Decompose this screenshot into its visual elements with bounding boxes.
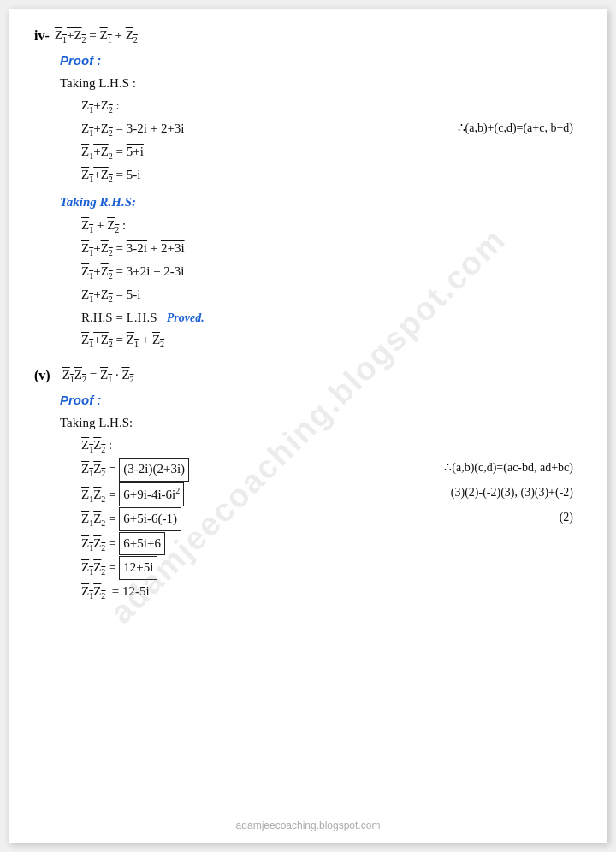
lhs-line6-v: Z1Z2 = 12-5i [81,581,582,603]
taking-rhs-iv: Taking R.H.S: [60,192,582,214]
rhs-line3-iv: Z1+Z2 = 5-i [81,284,582,306]
lhs-line1-iv: Z1+Z2 = 3-2i + 2+3i ∴(a,b)+(c,d)=(a+c, b… [81,118,582,140]
taking-lhs-v: Taking L.H.S: [60,412,582,435]
rhs-line2-iv: Z1+Z2 = 3+2i + 2-3i [81,261,582,283]
rhs-note1-v: ∴(a,b)(c,d)=(ac-bd, ad+bc) [444,458,573,478]
lhs-line3-iv: Z1+Z2 = 5-i [81,164,582,186]
rhs-line1-iv: Z1+Z2 = 3-2i + 2+3i [81,238,582,260]
proof-label-v: Proof : [60,389,582,411]
lhs-line3-v: Z1Z2 = 6+5i-6(-1) (2) [81,507,582,531]
section-v-title: Z1Z2 = Z1 · Z2 [62,364,134,387]
section-v-label: (v) [34,364,57,387]
section-iv-label: iv- [34,24,50,47]
section-iv-title: Z1+Z2 = Z1 + Z2 [55,25,138,47]
footer-watermark: adamjeecoaching.blogspot.com [236,819,381,831]
lhs-line4-v: Z1Z2 = 6+5i+6 [81,532,582,556]
lhs-line5-v: Z1Z2 = 12+5i [81,556,582,580]
rhs-note3-v: (2) [560,507,573,528]
taking-rhs-blue: Taking R.H.S: [60,195,136,209]
lhs-line2-iv: Z1+Z2 = 5+i [81,141,582,163]
proved-iv: Proved. [167,311,204,324]
rhs-note2-v: (3)(2)-(-2)(3), (3)(3)+(-2) [451,482,573,503]
taking-lhs-iv: Taking L.H.S : [60,73,582,95]
proof-text-iv: Proof : [60,53,101,68]
lhs-sub-v: Z1Z2 : [81,435,582,457]
lhs-line1-v: Z1Z2 = (3-2i)(2+3i) ∴(a,b)(c,d)=(ac-bd, … [81,458,582,482]
section-v: (v) Z1Z2 = Z1 · Z2 Proof : Taking L.H.S:… [34,364,582,603]
section-v-header: (v) Z1Z2 = Z1 · Z2 [34,364,582,388]
rhs-sub-iv: Z1 + Z2 : [81,215,582,237]
proof-text-v: Proof : [60,393,101,407]
rhs-note-iv: ∴(a,b)+(c,d)=(a+c, b+d) [458,118,573,139]
section-iv-header: iv- Z1+Z2 = Z1 + Z2 [34,24,582,48]
lhs-sub-iv: Z1+Z2 : [81,95,582,117]
content: iv- Z1+Z2 = Z1 + Z2 Proof : Taking L.H.S… [26,17,590,603]
page: adamjeecoaching.blogspot.com iv- Z1+Z2 =… [9,9,607,843]
conclusion-iv: R.H.S = L.H.S Proved. [81,307,582,329]
proof-label-iv: Proof : [60,50,582,72]
conclusion2-iv: Z1+Z2 = Z1 + Z2 [81,329,582,352]
lhs-line2-v: Z1Z2 = 6+9i-4i-6i2 (3)(2)-(-2)(3), (3)(3… [81,482,582,507]
